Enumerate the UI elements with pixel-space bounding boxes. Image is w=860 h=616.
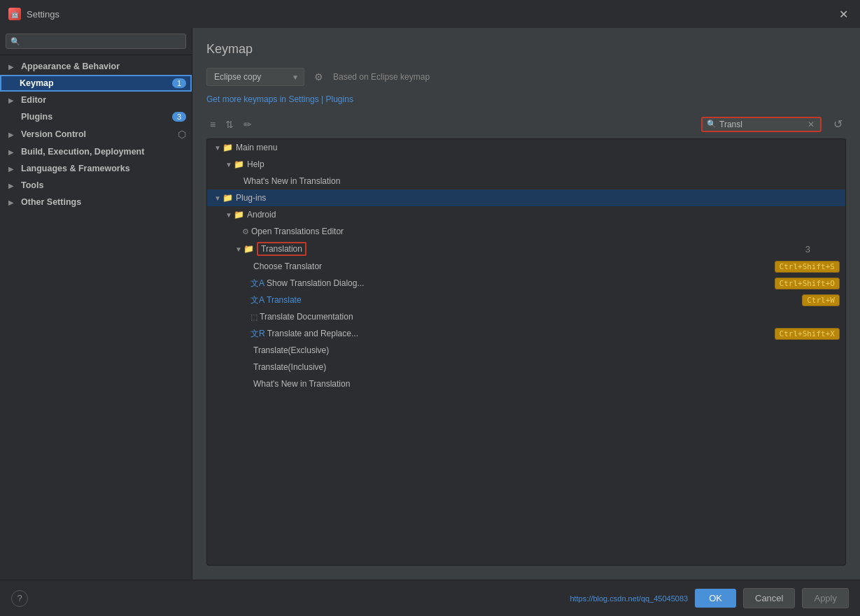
tree-item-translation[interactable]: ▼ 📁 Translation 3 [207, 240, 845, 258]
content-area: Keymap Eclipse copy ▼ ⚙ Based on Eclipse… [192, 28, 860, 580]
help-button[interactable]: ? [11, 590, 28, 607]
sidebar-item-appearance-label: Appearance & Behavior [21, 62, 120, 71]
sidebar-item-plugins[interactable]: ▶ Plugins 3 [0, 108, 192, 125]
footer-left: ? [11, 590, 28, 607]
tree-item-show-translation-dialog[interactable]: 文A Show Translation Dialog... Ctrl+Shift… [207, 275, 845, 292]
whats-new-1-label: What's New in Translation [244, 176, 340, 186]
based-on-label: Based on Eclipse keymap [333, 72, 430, 82]
sidebar-item-editor[interactable]: ▶ Editor [0, 92, 192, 108]
clear-search-button[interactable]: ✕ [806, 120, 816, 129]
show-dialog-shortcut: Ctrl+Shift+O [775, 278, 840, 289]
keymap-search-wrapper[interactable]: 🔍 ✕ [701, 117, 822, 132]
editor-arrow: ▶ [8, 96, 17, 104]
tree-item-whats-new-1[interactable]: What's New in Translation [207, 173, 845, 189]
tree-item-help[interactable]: ▼ 📁 Help [207, 156, 845, 173]
sidebar-item-plugins-label: Plugins [21, 112, 52, 122]
sidebar-item-build[interactable]: ▶ Build, Execution, Deployment [0, 143, 192, 160]
lang-arrow: ▶ [8, 165, 17, 173]
sidebar-search-input[interactable] [23, 36, 181, 46]
translate-replace-label: Translate and Replace... [267, 329, 358, 338]
other-arrow: ▶ [8, 199, 17, 206]
keymap-dropdown-wrapper: Eclipse copy ▼ [206, 68, 304, 86]
tools-arrow: ▶ [8, 182, 17, 189]
plug-ins-folder-icon: 📁 [223, 193, 233, 203]
tree-item-android[interactable]: ▼ 📁 Android [207, 206, 845, 223]
tree-item-translate-exclusive[interactable]: Translate(Exclusive) [207, 342, 845, 359]
gear-button[interactable]: ⚙ [311, 69, 326, 85]
translate-doc-label: Translate Documentation [260, 312, 353, 322]
page-title: Keymap [206, 42, 846, 57]
title-bar-left: 🤖 Settings [8, 8, 59, 20]
footer-link: https://blog.csdn.net/qq_45045083 [570, 594, 688, 603]
cancel-button[interactable]: Cancel [743, 588, 795, 608]
translate-exclusive-label: Translate(Exclusive) [253, 345, 329, 355]
sidebar-item-other-settings[interactable]: ▶ Other Settings [0, 194, 192, 210]
show-dialog-label: Show Translation Dialog... [267, 278, 364, 288]
tree-item-translate[interactable]: 文A Translate Ctrl+W [207, 292, 845, 308]
sidebar-item-tools[interactable]: ▶ Tools [0, 177, 192, 194]
tree-item-plug-ins[interactable]: ▼ 📁 Plug-ins [207, 189, 845, 206]
sidebar-item-languages[interactable]: ▶ Languages & Frameworks [0, 160, 192, 177]
appearance-arrow: ▶ [8, 63, 17, 71]
main-menu-label: Main menu [236, 143, 277, 152]
translate-shortcut: Ctrl+W [802, 294, 840, 306]
app-icon: 🤖 [8, 8, 21, 20]
tree-item-translate-inclusive[interactable]: Translate(Inclusive) [207, 359, 845, 375]
sidebar-search-wrapper[interactable]: 🔍 [6, 34, 186, 49]
ok-button[interactable]: OK [695, 589, 736, 608]
tree-item-translate-replace[interactable]: 文R Translate and Replace... Ctrl+Shift+X [207, 325, 845, 342]
keymap-dropdown[interactable]: Eclipse copy [206, 68, 304, 86]
title-bar: 🤖 Settings ✕ [0, 0, 860, 28]
plug-ins-arrow: ▼ [213, 194, 223, 202]
build-arrow: ▶ [8, 148, 17, 156]
plug-ins-label: Plug-ins [236, 193, 266, 203]
keymap-tree[interactable]: ▼ 📁 Main menu ▼ 📁 Help What's New in Tra… [206, 138, 846, 566]
main-content: 🔍 ▶ Appearance & Behavior Keymap 1 ▶ [0, 28, 860, 580]
plugins-badge: 3 [172, 112, 186, 122]
sidebar-item-appearance[interactable]: ▶ Appearance & Behavior [0, 58, 192, 75]
keymap-selector-row: Eclipse copy ▼ ⚙ Based on Eclipse keymap [206, 68, 846, 86]
sidebar-item-editor-label: Editor [21, 95, 46, 105]
edit-btn[interactable]: ✏ [240, 117, 255, 132]
sidebar-search-bar: 🔍 [0, 28, 192, 55]
footer-right: https://blog.csdn.net/qq_45045083 OK Can… [570, 588, 849, 608]
help-label: Help [247, 159, 265, 169]
tree-item-open-translations[interactable]: ⚙ Open Translations Editor [207, 223, 845, 240]
android-folder-icon: 📁 [234, 210, 244, 220]
window-title: Settings [27, 9, 59, 20]
translate-replace-icon: 文R [251, 328, 265, 340]
android-arrow: ▼ [224, 211, 234, 219]
tree-item-whats-new-2[interactable]: What's New in Translation [207, 375, 845, 392]
translation-label: Translation [257, 242, 306, 256]
apply-button[interactable]: Apply [802, 588, 849, 608]
keymap-search-input[interactable] [719, 120, 803, 129]
translate-doc-icon: ⬚ [251, 313, 258, 322]
close-button[interactable]: ✕ [835, 6, 852, 22]
tree-item-choose-translator[interactable]: Choose Translator Ctrl+Shift+S [207, 258, 845, 275]
main-menu-arrow: ▼ [213, 144, 223, 152]
get-more-link[interactable]: Get more keymaps in Settings | Plugins [206, 94, 846, 104]
expand-all-btn[interactable]: ⇅ [222, 117, 237, 132]
sidebar-item-build-label: Build, Execution, Deployment [21, 147, 144, 157]
translation-folder-icon: 📁 [244, 244, 254, 254]
open-translations-icon: ⚙ [242, 227, 249, 236]
settings-dialog: 🤖 Settings ✕ 🔍 ▶ Appearance & Behavior [0, 0, 860, 616]
sidebar-item-keymap[interactable]: Keymap 1 [0, 75, 192, 92]
sidebar-item-tools-label: Tools [21, 180, 43, 190]
translate-replace-shortcut: Ctrl+Shift+X [775, 328, 840, 340]
restore-defaults-btn[interactable]: ↺ [830, 115, 846, 133]
help-folder-icon: 📁 [234, 159, 244, 169]
filter-btn[interactable]: ≡ [206, 117, 219, 132]
tree-item-translate-doc[interactable]: ⬚ Translate Documentation [207, 308, 845, 325]
sidebar-search-icon: 🔍 [10, 37, 20, 46]
translate-inclusive-label: Translate(Inclusive) [253, 362, 326, 372]
choose-translator-label: Choose Translator [253, 262, 322, 271]
choose-translator-shortcut: Ctrl+Shift+S [775, 261, 840, 273]
sidebar-item-lang-label: Languages & Frameworks [21, 164, 130, 173]
sidebar-item-version-control[interactable]: ▶ Version Control ⬡ [0, 125, 192, 143]
translate-icon: 文A [251, 294, 265, 306]
tree-item-main-menu[interactable]: ▼ 📁 Main menu [207, 139, 845, 156]
vc-arrow: ▶ [8, 131, 17, 138]
help-arrow: ▼ [224, 161, 234, 169]
number3-label: 3 [805, 244, 810, 255]
